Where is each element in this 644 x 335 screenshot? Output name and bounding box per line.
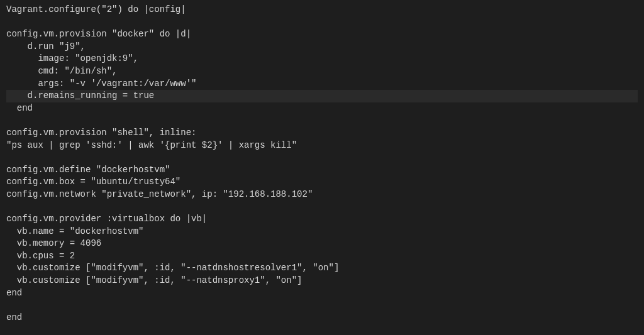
code-line[interactable]: Vagrant.configure("2") do |config|	[6, 4, 638, 16]
code-line[interactable]: config.vm.provision "shell", inline:	[6, 127, 638, 140]
code-line[interactable]	[6, 16, 638, 29]
code-line[interactable]	[6, 201, 638, 214]
code-line[interactable]: vb.cpus = 2	[6, 250, 638, 263]
code-line[interactable]	[6, 114, 638, 127]
code-line[interactable]: vb.customize ["modifyvm", :id, "--natdns…	[6, 262, 638, 275]
code-editor[interactable]: Vagrant.configure("2") do |config| confi…	[6, 4, 638, 324]
code-line[interactable]: args: "-v '/vagrant:/var/www'"	[6, 78, 638, 91]
code-line[interactable]: end	[6, 312, 638, 324]
code-line[interactable]: image: "openjdk:9",	[6, 53, 638, 65]
code-line[interactable]: config.vm.define "dockerhostvm"	[6, 164, 638, 177]
code-line[interactable]: config.vm.box = "ubuntu/trusty64"	[6, 176, 638, 189]
code-line[interactable]: "ps aux | grep 'sshd:' | awk '{print $2}…	[6, 140, 638, 152]
code-line[interactable]: d.remains_running = true	[6, 90, 638, 102]
code-line[interactable]: config.vm.network "private_network", ip:…	[6, 189, 638, 201]
code-line[interactable]: vb.customize ["modifyvm", :id, "--natdns…	[6, 275, 638, 287]
code-line[interactable]: end	[6, 287, 638, 300]
code-line[interactable]: end	[6, 102, 638, 115]
code-line[interactable]: vb.memory = 4096	[6, 238, 638, 250]
code-line[interactable]: config.vm.provision "docker" do |d|	[6, 28, 638, 41]
code-line[interactable]: vb.name = "dockerhostvm"	[6, 226, 638, 238]
code-line[interactable]: cmd: "/bin/sh",	[6, 65, 638, 78]
code-line[interactable]	[6, 299, 638, 312]
code-line[interactable]	[6, 151, 638, 164]
code-line[interactable]: config.vm.provider :virtualbox do |vb|	[6, 213, 638, 226]
code-line[interactable]: d.run "j9",	[6, 41, 638, 53]
